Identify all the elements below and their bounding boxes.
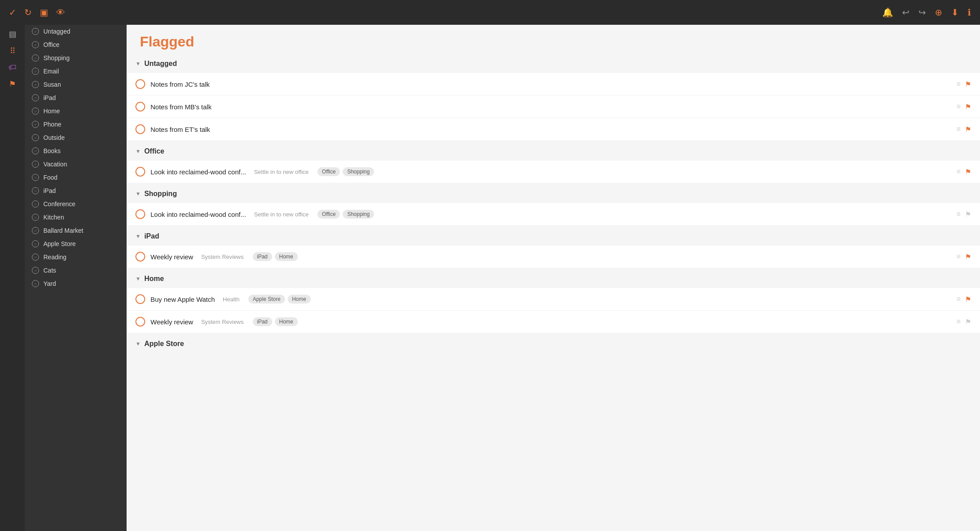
- bell-icon[interactable]: 🔔: [882, 7, 893, 18]
- sidebar-item-cats[interactable]: ○ Cats: [25, 264, 127, 277]
- task-circle[interactable]: [135, 252, 145, 262]
- note-icon[interactable]: ≡: [957, 318, 961, 326]
- table-row: Buy new Apple Watch Health Apple Store H…: [127, 288, 980, 311]
- sidebar-item-conference[interactable]: ○ Conference: [25, 197, 127, 211]
- tag-pill-office[interactable]: Office: [317, 167, 340, 176]
- sidebar-item-phone[interactable]: ○ Phone: [25, 118, 127, 131]
- rail-flag-icon[interactable]: ⚑: [9, 79, 16, 89]
- sidebar-item-food[interactable]: ○ Food: [25, 171, 127, 184]
- flag-icon[interactable]: ⚑: [965, 253, 971, 261]
- note-icon[interactable]: ≡: [957, 80, 961, 88]
- task-circle[interactable]: [135, 124, 145, 134]
- sidebar-item-office[interactable]: ○ Office: [25, 38, 127, 51]
- task-sub: Settle in to new office: [254, 211, 309, 218]
- tag-pill-applestore[interactable]: Apple Store: [248, 295, 285, 304]
- chevron-down-icon: ▼: [135, 191, 141, 197]
- sidebar-item-reading[interactable]: ○ Reading: [25, 250, 127, 264]
- section-header-ipad[interactable]: ▼ iPad: [127, 227, 980, 246]
- sidebar-item-ipad2[interactable]: ○ iPad: [25, 184, 127, 197]
- main-area: ▤ ⠿ 🏷 ⚑ ○ Untagged ○ Office ○ Shopping ○…: [0, 25, 980, 531]
- task-tags: Office Shopping: [317, 210, 374, 219]
- flag-icon[interactable]: ⚑: [965, 125, 971, 134]
- note-icon[interactable]: ≡: [957, 210, 961, 218]
- sidebar-item-yard[interactable]: ○ Yard: [25, 277, 127, 290]
- eye-icon[interactable]: 👁: [56, 8, 65, 18]
- checkmark-icon[interactable]: ✓: [9, 7, 16, 18]
- sidebar-item-home[interactable]: ○ Home: [25, 104, 127, 118]
- task-circle[interactable]: [135, 102, 145, 112]
- task-circle[interactable]: [135, 79, 145, 89]
- tag-pill-home[interactable]: Home: [288, 295, 311, 304]
- section-header-applestore[interactable]: ▼ Apple Store: [127, 335, 980, 353]
- task-circle[interactable]: [135, 294, 145, 304]
- add-icon[interactable]: ⊕: [935, 7, 942, 18]
- note-icon[interactable]: ≡: [957, 168, 961, 176]
- sidebar-item-ballard[interactable]: ○ Ballard Market: [25, 224, 127, 237]
- task-actions: ≡ ⚑: [957, 295, 971, 304]
- sidebar-item-email[interactable]: ○ Email: [25, 65, 127, 78]
- task-name: Notes from ET's talk: [150, 126, 210, 133]
- task-name: Notes from MB's talk: [150, 103, 212, 111]
- task-circle[interactable]: [135, 209, 145, 219]
- refresh-icon[interactable]: ↻: [24, 7, 32, 18]
- sidebar-item-untagged[interactable]: ○ Untagged: [25, 25, 127, 38]
- task-circle[interactable]: [135, 317, 145, 327]
- sidebar-item-kitchen[interactable]: ○ Kitchen: [25, 211, 127, 224]
- sidebar-item-susan[interactable]: ○ Susan: [25, 78, 127, 91]
- tag-pill-office[interactable]: Office: [317, 210, 340, 219]
- task-name: Weekly review: [150, 253, 193, 261]
- tag-pill-shopping[interactable]: Shopping: [343, 167, 374, 176]
- sidebar-icon[interactable]: ▣: [40, 7, 48, 18]
- section-header-office[interactable]: ▼ Office: [127, 142, 980, 161]
- tag-pill-home[interactable]: Home: [275, 252, 298, 261]
- sidebar-label-outside: Outside: [43, 134, 65, 141]
- task-actions: ≡ ⚑: [957, 103, 971, 111]
- sidebar-item-outside[interactable]: ○ Outside: [25, 131, 127, 144]
- task-name: Look into reclaimed-wood conf...: [150, 168, 246, 176]
- note-icon[interactable]: ≡: [957, 125, 961, 133]
- section-applestore: ▼ Apple Store: [127, 335, 980, 353]
- undo-icon[interactable]: ↩: [902, 7, 910, 18]
- sidebar-item-books[interactable]: ○ Books: [25, 144, 127, 158]
- tag-pill-ipad[interactable]: iPad: [253, 252, 272, 261]
- tag-icon-office: ○: [32, 41, 39, 48]
- flag-icon[interactable]: ⚑: [965, 295, 971, 304]
- rail-grid-icon[interactable]: ⠿: [10, 46, 15, 56]
- task-actions: ≡ ⚑: [957, 253, 971, 261]
- section-header-home[interactable]: ▼ Home: [127, 269, 980, 288]
- sidebar-label-ipad: iPad: [43, 94, 56, 101]
- tag-pill-ipad[interactable]: iPad: [253, 317, 272, 326]
- section-header-shopping[interactable]: ▼ Shopping: [127, 185, 980, 203]
- note-icon[interactable]: ≡: [957, 103, 961, 111]
- flag-icon[interactable]: ⚑: [965, 168, 971, 176]
- sidebar-item-vacation[interactable]: ○ Vacation: [25, 158, 127, 171]
- flag-icon[interactable]: ⚑: [965, 210, 971, 219]
- table-row: Notes from MB's talk ≡ ⚑: [127, 96, 980, 118]
- note-icon[interactable]: ≡: [957, 253, 961, 261]
- sidebar-item-applestore[interactable]: ○ Apple Store: [25, 237, 127, 250]
- sidebar-item-ipad[interactable]: ○ iPad: [25, 91, 127, 104]
- task-name: Look into reclaimed-wood conf...: [150, 211, 246, 218]
- sidebar-label-ipad2: iPad: [43, 187, 56, 194]
- section-untagged: ▼ Untagged Notes from JC's talk ≡ ⚑ Note…: [127, 54, 980, 140]
- redo-icon[interactable]: ↪: [918, 7, 926, 18]
- note-icon[interactable]: ≡: [957, 295, 961, 303]
- download-icon[interactable]: ⬇: [951, 7, 959, 18]
- table-row: Notes from JC's talk ≡ ⚑: [127, 73, 980, 96]
- rail-tag-icon[interactable]: 🏷: [8, 63, 16, 72]
- rail-inbox-icon[interactable]: ▤: [9, 29, 16, 39]
- tag-icon-home: ○: [32, 108, 39, 115]
- tag-pill-shopping[interactable]: Shopping: [343, 210, 374, 219]
- task-circle[interactable]: [135, 167, 145, 177]
- info-icon[interactable]: ℹ: [968, 7, 971, 18]
- content-header: Flagged: [127, 25, 980, 54]
- tag-icon-outside: ○: [32, 134, 39, 141]
- sidebar-item-shopping[interactable]: ○ Shopping: [25, 51, 127, 65]
- sidebar-label-shopping: Shopping: [43, 54, 69, 62]
- tag-icon-books: ○: [32, 147, 39, 154]
- section-header-untagged[interactable]: ▼ Untagged: [127, 54, 980, 73]
- flag-icon[interactable]: ⚑: [965, 80, 971, 88]
- flag-icon[interactable]: ⚑: [965, 318, 971, 326]
- tag-pill-home[interactable]: Home: [275, 317, 298, 326]
- flag-icon[interactable]: ⚑: [965, 103, 971, 111]
